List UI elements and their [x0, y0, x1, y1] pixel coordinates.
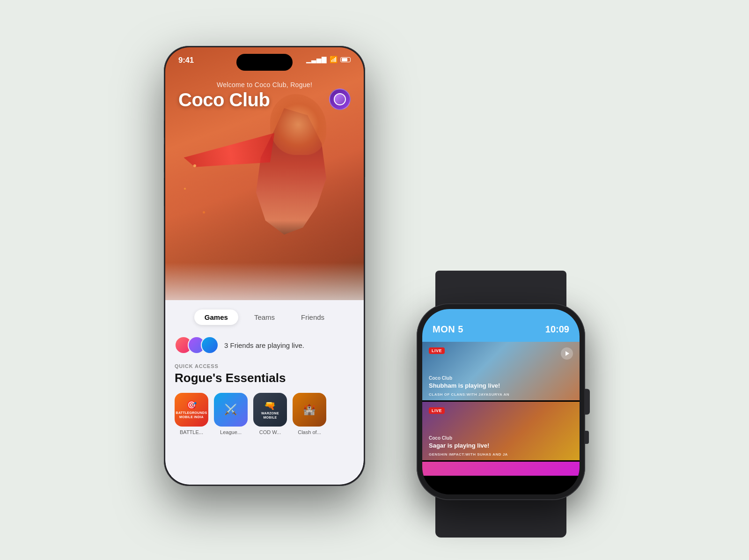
battery-icon	[340, 57, 351, 62]
game-label-bgmi: BATTLE...	[180, 429, 203, 435]
watch-band-bottom	[435, 495, 566, 538]
friends-live-row: 3 Friends are playing live.	[173, 332, 356, 358]
game-icon-clash: 🏰	[293, 393, 326, 427]
game-icons-row: 🎯 BATTLEGROUNDSMOBILE INDIA BATTLE... ⚔️	[173, 393, 356, 435]
dynamic-island	[236, 54, 293, 71]
live-badge-1: LIVE	[429, 347, 445, 354]
watch-card-1[interactable]: LIVE Coco Club Shubham is playing live! …	[422, 342, 580, 400]
phone-screen: 9:41 ▁▃▅▇ 📶	[165, 47, 364, 485]
game-label-league: League...	[220, 429, 242, 435]
spark-decor	[193, 164, 196, 167]
status-time: 9:41	[178, 56, 194, 65]
watch-card-1-title: Shubham is playing live!	[429, 382, 500, 389]
character-head-decor	[270, 94, 326, 155]
scene: 9:41 ▁▃▅▇ 📶	[164, 46, 585, 514]
play-triangle-icon	[565, 351, 569, 356]
tabs-row: Games Teams Friends	[173, 300, 356, 332]
friends-live-text: 3 Friends are playing live.	[224, 341, 304, 349]
volume-down-button	[164, 178, 164, 206]
watch-bottom-strip	[422, 462, 580, 476]
game-label-clash: Clash of...	[298, 429, 321, 435]
quick-access-label: QUICK ACCESS	[173, 363, 356, 369]
signal-bars-icon: ▁▃▅▇	[306, 56, 327, 63]
watch-card-1-brand: Coco Club	[429, 376, 452, 381]
watch-time: 10:09	[545, 324, 569, 335]
game-icon-league: ⚔️	[214, 393, 248, 427]
tab-games[interactable]: Games	[194, 309, 238, 325]
phone-device: 9:41 ▁▃▅▇ 📶	[164, 46, 365, 486]
wifi-icon: 📶	[330, 56, 338, 63]
friend-avatars-group	[175, 336, 219, 354]
watch-card-2[interactable]: LIVE Coco Club Sagar is playing live! GE…	[422, 402, 580, 460]
silent-button	[164, 121, 164, 138]
status-icons: ▁▃▅▇ 📶	[306, 56, 351, 63]
phone-content-area: Games Teams Friends 3 Friends are playin…	[165, 300, 364, 485]
watch-card-2-brand: Coco Club	[429, 435, 452, 441]
watch-body: MON 5 10:09 LIVE Coco Club Shubham is pl…	[417, 303, 585, 500]
game-icon-cod: 🔫 WARZONEMOBILE	[253, 393, 287, 427]
watch-band-top	[435, 271, 566, 308]
watch-card-2-subtitle: GENSHIN IMPACT:WITH SUHAS AND JA	[429, 452, 508, 457]
game-item-bgmi[interactable]: 🎯 BATTLEGROUNDSMOBILE INDIA BATTLE...	[175, 393, 208, 435]
watch-cards: LIVE Coco Club Shubham is playing live! …	[422, 342, 580, 476]
play-button-1[interactable]	[561, 347, 573, 360]
welcome-text: Welcome to Coco Club, Rogue!	[165, 81, 364, 88]
club-title: Coco Club	[178, 89, 270, 111]
game-item-clash[interactable]: 🏰 Clash of...	[293, 393, 326, 435]
watch-card-1-subtitle: CLASH OF CLANS:WITH JAYASURYA AN	[429, 392, 509, 397]
watch-day-date: MON 5	[433, 324, 463, 335]
quick-access-title: Rogue's Essentials	[173, 371, 356, 385]
game-label-cod: COD W...	[259, 429, 281, 435]
watch-card-2-title: Sagar is playing live!	[429, 442, 489, 449]
tab-teams[interactable]: Teams	[244, 309, 285, 325]
volume-up-button	[164, 144, 164, 172]
club-avatar-inner	[334, 93, 346, 105]
watch-side-button[interactable]	[584, 431, 589, 444]
tab-friends[interactable]: Friends	[291, 309, 335, 325]
watch-device: MON 5 10:09 LIVE Coco Club Shubham is pl…	[417, 303, 585, 500]
friend-avatar-3	[201, 336, 219, 354]
game-item-cod[interactable]: 🔫 WARZONEMOBILE COD W...	[253, 393, 287, 435]
game-item-league[interactable]: ⚔️ League...	[214, 393, 248, 435]
hero-section: Welcome to Coco Club, Rogue! Coco Club	[165, 47, 364, 319]
club-avatar[interactable]	[329, 88, 351, 110]
power-button	[365, 140, 365, 177]
game-icon-bgmi: 🎯 BATTLEGROUNDSMOBILE INDIA	[175, 393, 208, 427]
watch-top-bar: MON 5 10:09	[422, 309, 580, 342]
watch-digital-crown[interactable]	[584, 389, 590, 415]
watch-screen: MON 5 10:09 LIVE Coco Club Shubham is pl…	[422, 309, 580, 494]
live-badge-2: LIVE	[429, 407, 445, 414]
